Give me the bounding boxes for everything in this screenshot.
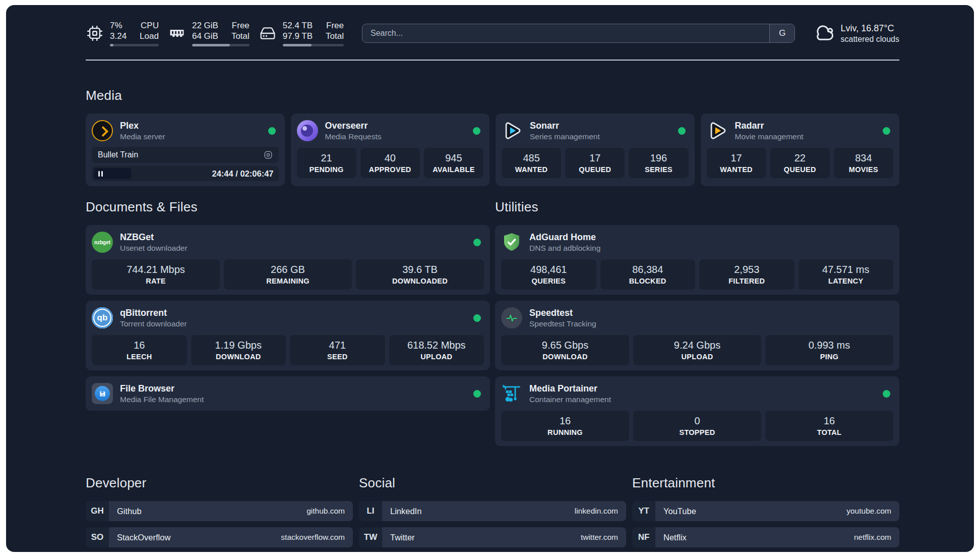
plex-icon: [92, 120, 113, 141]
bookmarks-entertainment: Entertainment YT YouTube youtube.com NF …: [632, 475, 899, 552]
memory-widget: 22 GiB 64 GiB Free Total: [168, 20, 250, 46]
stat-box: 1.19 Gbps DOWNLOAD: [191, 335, 286, 365]
service-link-radarr[interactable]: Radarr Movie management: [707, 119, 894, 143]
service-link-qbittorrent[interactable]: qb qBittorrent Torrent downloader: [92, 306, 484, 330]
bookmark-name: Netflix: [663, 533, 687, 542]
service-description: Series management: [530, 132, 600, 142]
stat-box: 86,384 BLOCKED: [600, 259, 696, 290]
service-link-speedtest[interactable]: Speedtest Speedtest Tracking: [501, 306, 893, 330]
stat-value: 2,953: [701, 263, 792, 276]
stat-label: MOVIES: [836, 164, 891, 175]
status-dot: [678, 127, 686, 135]
service-description: Container management: [529, 395, 611, 405]
service-name: Radarr: [735, 120, 804, 132]
filebrowser-icon: [92, 383, 113, 404]
bookmark-url: twitter.com: [581, 533, 618, 542]
bookmark-linkedin[interactable]: LI LinkedIn linkedin.com: [359, 501, 626, 521]
service-link-nzbget[interactable]: nzbget NZBGet Usenet downloader: [92, 230, 484, 254]
memory-total-value: 64 GiB: [192, 31, 218, 41]
section-documents: Documents & Files nzbget NZBGet Usenet d…: [86, 199, 490, 446]
stat-label: SERIES: [631, 164, 686, 175]
stat-label: FILTERED: [701, 276, 792, 286]
weather-widget: Lviv, 16.87°C scattered clouds: [813, 23, 899, 44]
stat-box: 498,461 QUERIES: [501, 259, 596, 290]
bookmark-url: stackoverflow.com: [281, 533, 345, 542]
stat-value: 17: [709, 151, 764, 164]
status-dot: [473, 390, 481, 398]
adguard-shield-icon: [501, 232, 522, 253]
bookmark-github[interactable]: GH Github github.com: [86, 501, 353, 521]
service-card-speedtest: Speedtest Speedtest Tracking 9.65 Gbps D…: [495, 301, 899, 370]
service-description: Movie management: [735, 132, 804, 142]
stat-value: 16: [767, 414, 891, 427]
stat-value: 0.993 ms: [767, 339, 891, 352]
stat-label: DOWNLOAD: [503, 352, 627, 362]
bookmark-twitter[interactable]: TW Twitter twitter.com: [359, 527, 626, 547]
service-link-adguard[interactable]: AdGuard Home DNS and adblocking: [501, 230, 893, 254]
disk-widget: 52.4 TB 97.9 TB Free Total: [259, 20, 344, 46]
service-card-radarr: Radarr Movie management 17 WANTED 22 QUE…: [701, 114, 900, 186]
stat-value: 834: [836, 151, 891, 164]
bookmark-url: linkedin.com: [575, 507, 618, 516]
stat-label: APPROVED: [362, 164, 418, 175]
section-title-developer: Developer: [86, 475, 353, 491]
stat-value: 16: [503, 414, 627, 427]
bookmark-name: Twitter: [390, 533, 415, 542]
weather-condition: scattered clouds: [840, 34, 899, 44]
status-dot: [268, 127, 276, 135]
search-input[interactable]: [362, 24, 770, 42]
service-link-filebrowser[interactable]: File Browser Media File Management: [92, 381, 484, 406]
stat-label: PING: [767, 352, 891, 362]
stat-box: 47.571 ms LATENCY: [799, 259, 894, 290]
stat-label: UPLOAD: [391, 352, 482, 362]
stat-label: LATENCY: [801, 276, 892, 286]
stat-value: 945: [426, 151, 481, 164]
now-playing-row: Bullet Train: [92, 147, 279, 163]
cpu-load-label: Load: [140, 31, 159, 41]
service-link-plex[interactable]: Plex Media server: [92, 119, 279, 143]
stat-label: TOTAL: [767, 427, 891, 437]
stat-value: 40: [362, 151, 418, 164]
service-card-nzbget: nzbget NZBGet Usenet downloader 744.21 M…: [86, 225, 490, 295]
section-media: Media Plex Media server Bullet Train: [86, 88, 899, 186]
memory-free-value: 22 GiB: [192, 20, 218, 31]
stat-box: 16 TOTAL: [765, 411, 893, 441]
service-name: AdGuard Home: [529, 232, 600, 243]
stat-label: WANTED: [504, 164, 559, 175]
stat-value: 9.24 Gbps: [635, 339, 759, 352]
memory-progress-fill: [192, 44, 230, 46]
service-description: Media Requests: [325, 132, 382, 142]
stat-value: 47.571 ms: [801, 263, 892, 276]
status-dot: [883, 127, 890, 135]
header-divider: [86, 60, 899, 61]
stat-box: 266 GB REMAINING: [224, 259, 352, 290]
stat-box: 618.52 Mbps UPLOAD: [389, 335, 484, 365]
service-card-portainer: Media Portainer Container management 16 …: [495, 376, 899, 446]
status-dot: [473, 127, 480, 135]
radarr-icon: [707, 120, 728, 141]
service-link-overseerr[interactable]: Overseerr Media Requests: [297, 119, 484, 143]
disk-free-label: Free: [326, 20, 344, 31]
cpu-progress-track: [110, 44, 159, 46]
section-title-utilities: Utilities: [495, 199, 899, 215]
weather-location-temp: Lviv, 16.87°C: [840, 23, 899, 34]
stat-label: DOWNLOAD: [193, 352, 284, 362]
stat-label: RUNNING: [503, 427, 627, 437]
bookmark-name: StackOverflow: [117, 533, 170, 542]
stat-label: RATE: [94, 276, 218, 286]
section-utilities: Utilities AdGuard Home: [495, 199, 899, 446]
search-provider-button[interactable]: G: [769, 24, 794, 42]
section-title-media: Media: [86, 88, 899, 103]
bookmark-netflix[interactable]: NF Netflix netflix.com: [632, 527, 899, 547]
stat-box: 471 SEED: [290, 335, 385, 365]
sonarr-icon: [502, 120, 523, 141]
stat-label: STOPPED: [635, 427, 759, 437]
stat-value: 196: [631, 151, 686, 164]
bookmark-youtube[interactable]: YT YouTube youtube.com: [632, 501, 899, 521]
bookmark-stackoverflow[interactable]: SO StackOverflow stackoverflow.com: [86, 527, 353, 547]
service-link-portainer[interactable]: Media Portainer Container management: [501, 381, 893, 406]
stat-box: 834 MOVIES: [834, 148, 893, 178]
service-link-sonarr[interactable]: Sonarr Series management: [502, 119, 689, 143]
bookmark-abbr: GH: [86, 501, 109, 521]
pause-button: [94, 168, 131, 179]
